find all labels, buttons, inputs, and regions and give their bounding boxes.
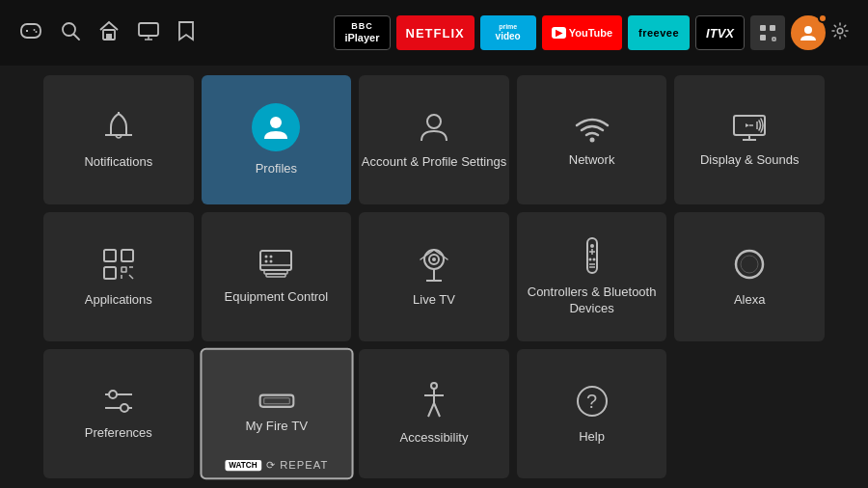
svg-rect-10 xyxy=(139,23,158,36)
grid-item-preferences[interactable]: Preferences xyxy=(43,349,194,478)
accessibility-label: Accessibility xyxy=(400,430,469,447)
grid-item-applications[interactable]: Applications xyxy=(43,212,194,341)
grid-item-profiles[interactable]: Profiles xyxy=(202,75,352,204)
bell-icon xyxy=(101,110,136,145)
account-label: Account & Profile Settings xyxy=(362,154,506,171)
svg-point-23 xyxy=(427,115,441,128)
monitor-icon xyxy=(257,249,295,280)
svg-point-58 xyxy=(736,251,763,278)
display-sounds-label: Display & Sounds xyxy=(700,152,800,169)
avatar-button[interactable] xyxy=(791,15,826,50)
svg-point-5 xyxy=(36,31,38,33)
svg-rect-64 xyxy=(259,394,293,406)
prime-video-button[interactable]: prime video xyxy=(480,15,536,50)
grid-item-live-tv[interactable]: Live TV xyxy=(359,212,509,341)
grid-item-account[interactable]: Account & Profile Settings xyxy=(359,75,509,204)
search-icon[interactable] xyxy=(60,20,81,46)
svg-rect-16 xyxy=(773,38,775,41)
watchrepeat-logo: WATCH xyxy=(225,460,260,471)
grid-item-notifications[interactable]: Notifications xyxy=(43,75,194,204)
notification-dot xyxy=(818,14,827,23)
svg-line-34 xyxy=(129,275,133,279)
svg-point-63 xyxy=(121,404,128,412)
svg-rect-29 xyxy=(122,250,133,261)
alexa-label: Alexa xyxy=(734,292,766,309)
live-tv-label: Live TV xyxy=(413,292,455,309)
svg-point-24 xyxy=(589,137,594,142)
network-label: Network xyxy=(569,152,615,169)
accessibility-icon xyxy=(419,382,449,420)
grid-item-display-sounds[interactable]: Display & Sounds xyxy=(674,75,825,204)
svg-rect-9 xyxy=(106,34,112,40)
svg-point-45 xyxy=(432,258,436,261)
grid-item-equipment-control[interactable]: Equipment Control xyxy=(202,212,352,341)
nav-icons xyxy=(19,20,195,46)
svg-rect-65 xyxy=(263,397,289,403)
app-shortcuts: BBC iPlayer NETFLIX prime video ▶YouTube… xyxy=(334,15,849,50)
svg-point-59 xyxy=(741,256,758,273)
svg-point-4 xyxy=(34,29,36,31)
wifi-icon xyxy=(573,112,611,143)
svg-rect-28 xyxy=(104,250,116,261)
grid-item-help[interactable]: ? Help xyxy=(517,349,667,478)
svg-rect-38 xyxy=(266,274,285,277)
help-icon: ? xyxy=(574,383,610,420)
svg-point-19 xyxy=(837,28,843,34)
account-icon xyxy=(417,110,451,145)
settings-grid: Notifications Profiles Account & Profile… xyxy=(0,66,868,488)
svg-rect-15 xyxy=(760,35,766,41)
grid-item-alexa[interactable]: Alexa xyxy=(674,212,825,341)
svg-point-18 xyxy=(804,26,812,34)
bbc-iplayer-button[interactable]: BBC iPlayer xyxy=(334,15,390,50)
grid-item-controllers[interactable]: Controllers & Bluetooth Devices xyxy=(517,212,667,341)
svg-line-70 xyxy=(434,403,440,417)
profiles-icon xyxy=(252,103,300,151)
svg-point-42 xyxy=(270,259,273,262)
topbar: BBC iPlayer NETFLIX prime video ▶YouTube… xyxy=(0,0,868,66)
apps-grid-button[interactable] xyxy=(750,15,785,50)
home-icon[interactable] xyxy=(98,20,120,46)
svg-point-55 xyxy=(592,258,595,261)
repeat-label: ⟳ REPEAT xyxy=(265,459,328,472)
grid-item-accessibility[interactable]: Accessibility xyxy=(359,349,509,478)
svg-rect-14 xyxy=(770,25,775,31)
apps-icon xyxy=(100,246,137,283)
profiles-label: Profiles xyxy=(256,161,297,177)
netflix-button[interactable]: NETFLIX xyxy=(396,15,475,50)
svg-point-66 xyxy=(431,383,437,389)
notifications-label: Notifications xyxy=(84,154,152,171)
grid-item-my-fire-tv[interactable]: My Fire TV WATCH ⟳ REPEAT xyxy=(200,348,353,480)
svg-rect-35 xyxy=(260,251,291,270)
itvx-button[interactable]: ITVX xyxy=(695,15,745,50)
bookmark-icon[interactable] xyxy=(177,20,195,46)
svg-text:?: ? xyxy=(586,391,597,412)
svg-rect-31 xyxy=(122,267,126,272)
svg-rect-0 xyxy=(21,24,41,38)
svg-point-22 xyxy=(270,117,282,128)
firetv-icon xyxy=(258,393,295,408)
alexa-icon xyxy=(731,246,768,283)
gamepad-icon[interactable] xyxy=(19,20,42,46)
svg-point-41 xyxy=(265,259,268,262)
svg-point-39 xyxy=(265,255,268,258)
equipment-control-label: Equipment Control xyxy=(225,289,329,306)
help-label: Help xyxy=(579,429,605,446)
svg-line-7 xyxy=(74,34,80,40)
freevee-button[interactable]: freevee xyxy=(628,15,690,50)
applications-label: Applications xyxy=(85,292,152,309)
tv-icon[interactable] xyxy=(137,21,160,45)
preferences-label: Preferences xyxy=(85,425,152,442)
svg-point-51 xyxy=(590,244,594,248)
sliders-icon xyxy=(101,387,136,416)
my-fire-tv-label: My Fire TV xyxy=(245,419,308,435)
remote-icon xyxy=(582,236,603,275)
youtube-button[interactable]: ▶YouTube xyxy=(542,15,622,50)
svg-rect-13 xyxy=(760,25,766,31)
svg-line-69 xyxy=(428,403,434,417)
display-icon xyxy=(730,112,769,143)
svg-point-54 xyxy=(588,258,591,261)
svg-rect-30 xyxy=(104,267,116,279)
settings-gear-icon[interactable] xyxy=(831,22,849,43)
svg-point-62 xyxy=(109,391,117,398)
grid-item-network[interactable]: Network xyxy=(517,75,667,204)
